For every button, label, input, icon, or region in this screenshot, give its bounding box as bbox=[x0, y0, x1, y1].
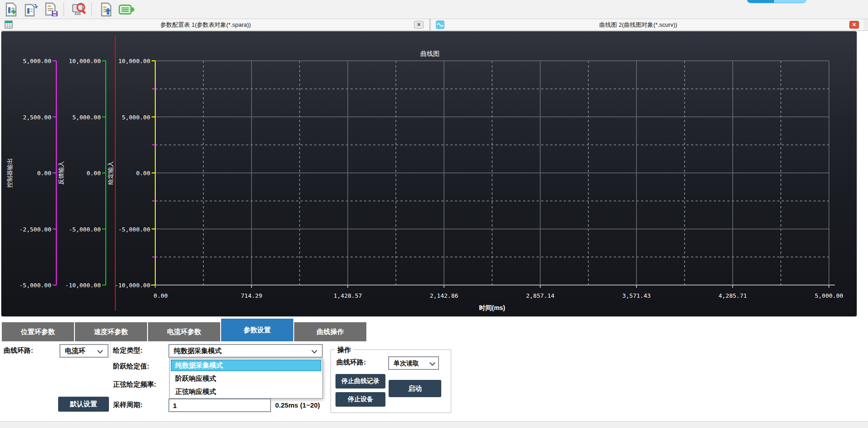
tab-curve-chart[interactable]: 曲线图 2(曲线图对象(*.scurv)) ✕ bbox=[431, 19, 863, 30]
op-curve-loop-value: 单次读取 bbox=[394, 359, 419, 367]
default-settings-button[interactable]: 默认设置 bbox=[58, 397, 109, 412]
op-curve-loop-select[interactable]: 单次读取 bbox=[388, 356, 439, 370]
toolbar-separator bbox=[91, 3, 92, 16]
tab-current-loop-params[interactable]: 电流环参数 bbox=[148, 322, 220, 341]
svg-text:4,285.71: 4,285.71 bbox=[719, 292, 747, 299]
save-table-icon[interactable] bbox=[43, 1, 60, 18]
svg-text:5,000.00: 5,000.00 bbox=[23, 58, 51, 64]
curve-chart: 0.00714.291,428.572,142.862,857.143,571.… bbox=[1, 31, 857, 317]
tab-parameter-table[interactable]: 参数配置表 1(参数表对象(*.spara)) ✕ bbox=[0, 19, 430, 30]
start-button[interactable]: 启动 bbox=[389, 380, 441, 397]
chevron-down-icon bbox=[429, 360, 435, 366]
close-icon[interactable]: ✕ bbox=[849, 21, 859, 29]
sample-period-input[interactable] bbox=[168, 398, 271, 412]
svg-text:10,000.00: 10,000.00 bbox=[118, 58, 150, 64]
svg-text:给定输入: 给定输入 bbox=[107, 161, 114, 185]
curve-loop-label: 曲线环路: bbox=[4, 346, 33, 355]
svg-text:0.00: 0.00 bbox=[136, 170, 150, 177]
given-type-dropdown-list: 纯数据采集模式 阶跃响应模式 正弦响应模式 bbox=[169, 358, 323, 398]
given-type-label: 给定类型: bbox=[113, 346, 143, 355]
svg-text:-10,000.00: -10,000.00 bbox=[65, 282, 101, 289]
svg-text:1,428.57: 1,428.57 bbox=[334, 292, 362, 299]
curve-chart-canvas: 0.00714.291,428.572,142.862,857.143,571.… bbox=[1, 31, 857, 316]
svg-text:5,000.00: 5,000.00 bbox=[815, 292, 843, 299]
import-table-icon[interactable] bbox=[23, 1, 40, 18]
svg-text:-5,000.00: -5,000.00 bbox=[69, 226, 101, 233]
window-toggle[interactable] bbox=[747, 0, 807, 3]
svg-text:控制器输出: 控制器输出 bbox=[6, 158, 13, 188]
svg-text:10,000.00: 10,000.00 bbox=[69, 58, 101, 64]
toolbar bbox=[0, 0, 868, 19]
svg-text:-10,000.00: -10,000.00 bbox=[115, 282, 150, 289]
svg-text:0.00: 0.00 bbox=[153, 292, 168, 299]
toolbar-separator bbox=[64, 3, 64, 16]
svg-text:时间(ms): 时间(ms) bbox=[479, 304, 505, 311]
curve-loop-value: 电流环 bbox=[65, 347, 85, 354]
svg-text:-5,000.00: -5,000.00 bbox=[20, 282, 51, 289]
sample-period-hint: 0.25ms (1~20) bbox=[275, 401, 320, 409]
tab-title: 参数配置表 1(参数表对象(*.spara)) bbox=[0, 21, 411, 29]
tab-parameter-settings[interactable]: 参数设置 bbox=[221, 319, 293, 341]
tab-speed-loop-params[interactable]: 速度环参数 bbox=[75, 322, 147, 341]
new-table-icon[interactable] bbox=[3, 1, 20, 18]
given-type-select[interactable]: 纯数据采集模式 bbox=[168, 344, 323, 358]
given-type-value: 纯数据采集模式 bbox=[174, 347, 222, 354]
svg-text:714.29: 714.29 bbox=[241, 292, 262, 299]
svg-text:2,500.00: 2,500.00 bbox=[23, 114, 51, 121]
stop-device-button[interactable]: 停止设备 bbox=[335, 392, 385, 407]
svg-text:-5,000.00: -5,000.00 bbox=[118, 226, 150, 233]
option-sine-response[interactable]: 正弦响应模式 bbox=[171, 386, 321, 398]
svg-text:反馈输入: 反馈输入 bbox=[58, 161, 64, 185]
svg-text:曲线图: 曲线图 bbox=[420, 50, 439, 57]
window-toggle-track bbox=[774, 0, 807, 3]
option-pure-data-capture[interactable]: 纯数据采集模式 bbox=[171, 359, 321, 371]
svg-text:2,142.86: 2,142.86 bbox=[430, 292, 459, 299]
op-curve-loop-label: 曲线环路: bbox=[336, 358, 366, 367]
svg-text:0.00: 0.00 bbox=[87, 170, 101, 177]
form-divider bbox=[110, 341, 111, 358]
operation-group-title: 操作 bbox=[335, 346, 353, 354]
chevron-down-icon bbox=[311, 348, 317, 354]
svg-text:5,000.00: 5,000.00 bbox=[122, 114, 150, 121]
svg-text:0.00: 0.00 bbox=[37, 170, 51, 177]
curve-loop-select[interactable]: 电流环 bbox=[59, 344, 108, 358]
svg-text:3,571.43: 3,571.43 bbox=[622, 292, 651, 299]
sample-period-label: 采样周期: bbox=[113, 401, 143, 409]
svg-text:-2,500.00: -2,500.00 bbox=[20, 226, 51, 233]
option-step-response[interactable]: 阶跃响应模式 bbox=[171, 373, 321, 384]
upload-params-icon[interactable] bbox=[98, 1, 115, 18]
step-given-label: 阶跃给定值: bbox=[113, 362, 149, 371]
window-toggle-knob bbox=[747, 0, 774, 3]
svg-text:2,857.14: 2,857.14 bbox=[526, 292, 555, 299]
svg-text:5,000.00: 5,000.00 bbox=[72, 114, 101, 121]
tab-curve-operations[interactable]: 曲线操作 bbox=[294, 322, 366, 341]
stop-curve-record-button[interactable]: 停止曲线记录 bbox=[335, 374, 385, 389]
tab-title: 曲线图 2(曲线图对象(*.scurv)) bbox=[431, 21, 845, 29]
sine-freq-label: 正弦给定频率: bbox=[113, 380, 156, 389]
document-tab-bar: 参数配置表 1(参数表对象(*.spara)) ✕ 曲线图 2(曲线图对象(*.… bbox=[0, 19, 868, 31]
device-search-icon[interactable] bbox=[70, 1, 88, 18]
motor-icon[interactable] bbox=[118, 1, 135, 18]
tab-position-loop-params[interactable]: 位置环参数 bbox=[2, 322, 74, 341]
status-bar bbox=[0, 421, 868, 428]
close-icon[interactable]: ✕ bbox=[414, 21, 424, 29]
chevron-down-icon bbox=[97, 348, 103, 354]
